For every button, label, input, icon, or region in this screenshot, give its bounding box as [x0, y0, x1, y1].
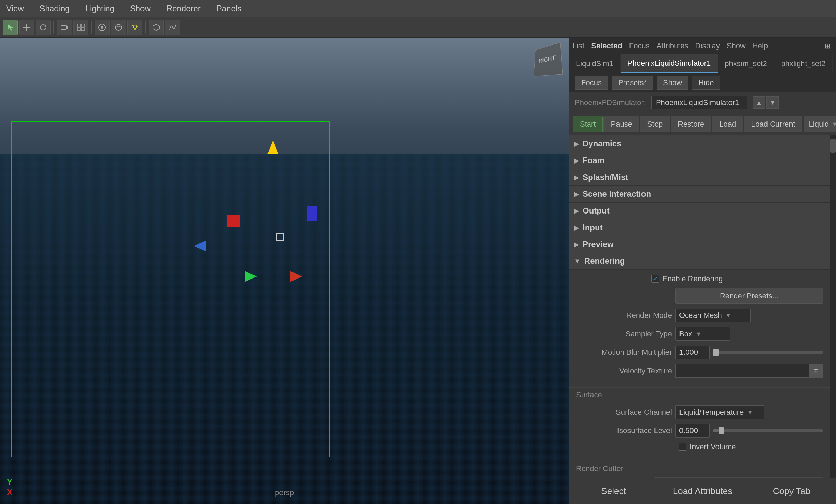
velocity-texture-browse-btn[interactable]: ⊞	[809, 364, 823, 378]
tab-ph-etc[interactable]: ph...	[833, 54, 836, 73]
toolbar-poly-btn[interactable]	[149, 20, 164, 35]
section-rendering[interactable]: ▼ Rendering	[569, 253, 830, 270]
toolbar-select-btn[interactable]	[3, 20, 18, 35]
simulator-value[interactable]: PhoenixLiquidSimulator1	[651, 96, 747, 109]
load-current-btn[interactable]: Load Current	[744, 116, 802, 132]
menu-shading[interactable]: Shading	[37, 2, 73, 15]
motion-blur-label: Motion Blur Multiplier	[576, 348, 672, 357]
restore-btn[interactable]: Restore	[671, 116, 711, 132]
attr-expand-btn[interactable]: ⊞	[822, 41, 833, 51]
svg-rect-8	[81, 24, 84, 27]
attr-list-btn[interactable]: List	[573, 41, 584, 50]
liquid-dropdown-arrow: ▼	[832, 121, 836, 128]
isosurface-fill	[713, 429, 719, 432]
toolbar-translate-btn[interactable]	[19, 20, 34, 35]
scrollbar-thumb[interactable]	[830, 139, 836, 153]
menu-view[interactable]: View	[3, 2, 27, 15]
render-presets-btn[interactable]: Render Presets...	[675, 288, 823, 304]
toolbar	[0, 17, 836, 38]
enable-rendering-row: Enable Rendering	[576, 274, 823, 283]
rendering-arrow: ▼	[574, 257, 581, 265]
surface-channel-value: Liquid/Temperature	[679, 408, 744, 417]
panel-icons: ▲ ▼	[753, 96, 779, 109]
surface-channel-dropdown[interactable]: Liquid/Temperature ▼	[675, 405, 764, 419]
show-btn[interactable]: Show	[657, 76, 688, 90]
panel-top-row: Focus Presets* Show Hide	[569, 73, 836, 92]
toolbar-grid-btn[interactable]	[73, 20, 88, 35]
menu-lighting[interactable]: Lighting	[83, 2, 117, 15]
section-splash-mist[interactable]: ▶ Splash/Mist	[569, 169, 830, 186]
tab-phoenixliquid[interactable]: PhoenixLiquidSimulator1	[621, 54, 718, 73]
presets-btn[interactable]: Presets*	[612, 76, 653, 90]
tab-liquidsim1[interactable]: LiquidSim1	[569, 54, 621, 73]
tab-phxsim-set2[interactable]: phxsim_set2	[718, 54, 774, 73]
toolbar-rotate-btn[interactable]	[36, 20, 51, 35]
load-attributes-btn[interactable]: Load Attributes	[658, 478, 747, 504]
section-preview[interactable]: ▶ Preview	[569, 236, 830, 253]
attr-attributes-btn[interactable]: Attributes	[657, 41, 688, 50]
viewport[interactable]: RIGHT Y X persp	[0, 38, 569, 504]
scene-interaction-title: Scene Interaction	[583, 189, 651, 199]
render-mode-dropdown[interactable]: Ocean Mesh ▼	[675, 309, 751, 322]
menu-show[interactable]: Show	[127, 2, 153, 15]
render-mode-label: Render Mode	[576, 311, 672, 320]
attr-selected-btn[interactable]: Selected	[591, 41, 622, 50]
toolbar-render-btn[interactable]	[95, 20, 110, 35]
render-presets-row: Render Presets...	[576, 288, 823, 304]
menu-panels[interactable]: Panels	[214, 2, 244, 15]
pause-btn[interactable]: Pause	[603, 116, 639, 132]
section-output[interactable]: ▶ Output	[569, 203, 830, 219]
attr-help-btn[interactable]: Help	[752, 41, 768, 50]
load-btn[interactable]: Load	[712, 116, 743, 132]
attr-display-btn[interactable]: Display	[695, 41, 720, 50]
hide-btn[interactable]: Hide	[692, 76, 720, 90]
arrow-yellow-up	[267, 140, 278, 154]
toolbar-sep-1	[53, 21, 54, 34]
select-bottom-btn[interactable]: Select	[569, 478, 658, 504]
copy-tab-btn[interactable]: Copy Tab	[747, 478, 836, 504]
sampler-type-dropdown[interactable]: Box ▼	[675, 327, 730, 341]
tabs-row: LiquidSim1 PhoenixLiquidSimulator1 phxsi…	[569, 54, 836, 73]
liquid-dropdown[interactable]: Liquid ▼	[804, 116, 836, 132]
focus-btn[interactable]: Focus	[575, 76, 608, 90]
toolbar-light-btn[interactable]	[127, 20, 142, 35]
motion-blur-thumb[interactable]	[713, 349, 719, 356]
motion-blur-slider[interactable]	[713, 351, 823, 354]
menu-bar: View Shading Lighting Show Renderer Pane…	[0, 0, 836, 17]
panel-scrollbar[interactable]	[830, 135, 836, 478]
section-input[interactable]: ▶ Input	[569, 219, 830, 236]
attr-show-btn[interactable]: Show	[727, 41, 746, 50]
toolbar-material-btn[interactable]	[111, 20, 126, 35]
tab-phxlight-set2[interactable]: phxlight_set2	[774, 54, 833, 73]
section-dynamics[interactable]: ▶ Dynamics	[569, 135, 830, 152]
svg-marker-2	[23, 27, 25, 28]
simulator-icon-down[interactable]: ▼	[766, 96, 779, 109]
surface-channel-label: Surface Channel	[576, 408, 672, 417]
velocity-texture-field[interactable]: ⊞	[675, 364, 823, 378]
isosurface-slider[interactable]	[713, 429, 823, 432]
section-foam[interactable]: ▶ Foam	[569, 152, 830, 169]
axis-indicator: Y X	[7, 477, 12, 497]
toolbar-camera-btn[interactable]	[57, 20, 72, 35]
velocity-texture-label: Velocity Texture	[576, 366, 672, 375]
output-arrow: ▶	[574, 207, 579, 215]
menu-renderer[interactable]: Renderer	[164, 2, 203, 15]
attr-focus-btn[interactable]: Focus	[629, 41, 650, 50]
invert-volume-checkbox[interactable]	[679, 443, 686, 451]
sampler-type-label: Sampler Type	[576, 329, 672, 338]
foam-title: Foam	[583, 156, 604, 165]
isosurface-thumb[interactable]	[719, 427, 724, 434]
section-scene-interaction[interactable]: ▶ Scene Interaction	[569, 186, 830, 203]
arrow-green-right	[245, 271, 257, 282]
stop-btn[interactable]: Stop	[640, 116, 670, 132]
motion-blur-input[interactable]	[675, 346, 710, 359]
view-cube[interactable]: RIGHT	[531, 44, 562, 75]
isosurface-input[interactable]	[675, 424, 710, 438]
start-btn[interactable]: Start	[573, 116, 603, 132]
toolbar-curve-btn[interactable]	[165, 20, 180, 35]
isosurface-row: Isosurface Level	[576, 424, 823, 438]
enable-rendering-checkbox[interactable]	[651, 275, 659, 283]
simulator-icon-up[interactable]: ▲	[753, 96, 765, 109]
panel-content[interactable]: ▶ Dynamics ▶ Foam ▶ Splash/Mist	[569, 135, 830, 478]
svg-rect-7	[77, 24, 80, 27]
